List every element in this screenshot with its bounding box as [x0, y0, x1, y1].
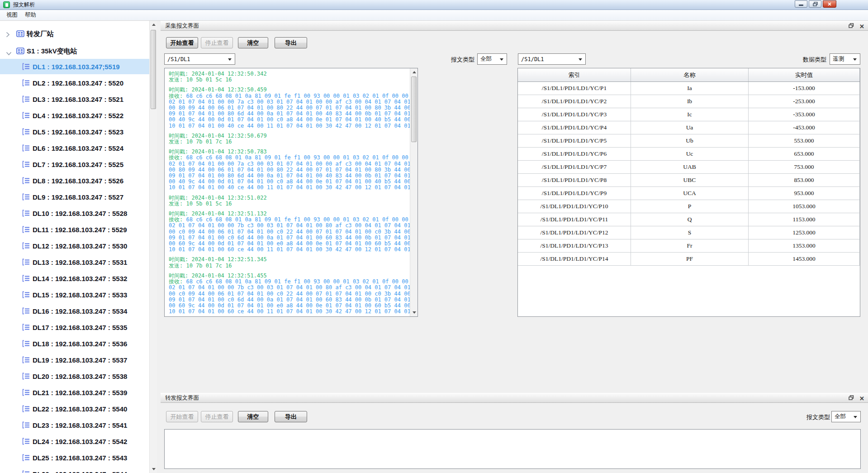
device-list-icon — [22, 96, 30, 104]
stop-view-button[interactable]: 停止查看 — [201, 411, 233, 422]
tree-scrollbar[interactable] — [149, 21, 157, 473]
tree-item-dl10[interactable]: DL10 : 192.168.103.247 : 5528 — [0, 205, 149, 221]
scroll-up-icon[interactable] — [150, 21, 157, 29]
start-view-button[interactable]: 开始查看 — [166, 37, 198, 48]
point-select[interactable]: /S1/DL1 — [518, 53, 586, 65]
tree-item-dl12[interactable]: DL12 : 192.168.103.247 : 5530 — [0, 238, 149, 253]
export-button[interactable]: 导出 — [275, 37, 307, 48]
tree-item-dl13[interactable]: DL13 : 192.168.103.247 : 5531 — [0, 254, 149, 270]
log-entry: 时间戳: 2024-01-04 12:32:51.132接收: 68 c6 c6… — [169, 211, 409, 253]
tree-item-dl18[interactable]: DL18 : 192.168.103.247 : 5536 — [0, 336, 149, 351]
table-row[interactable]: /S1/DL1/PD1/LD1/YC/P6Uc653.000 — [518, 148, 860, 161]
table-row[interactable]: /S1/DL1/PD1/LD1/YC/P3Ic-353.000 — [518, 108, 860, 121]
tree-node-forward-stations[interactable]: 转发厂站 — [0, 26, 149, 42]
cell-index: /S1/DL1/PD1/LD1/YC/P1 — [518, 82, 631, 95]
start-view-button[interactable]: 开始查看 — [166, 411, 198, 422]
msg-type-select[interactable]: 全部 — [477, 53, 507, 65]
table-row[interactable]: /S1/DL1/PD1/LD1/YC/P14PF1453.000 — [518, 253, 860, 266]
table-row[interactable]: /S1/DL1/PD1/LD1/YC/P5Ub553.000 — [518, 134, 860, 148]
table-row[interactable]: /S1/DL1/PD1/LD1/YC/P4Ua-453.000 — [518, 121, 860, 134]
tree-item-dl19[interactable]: DL19 : 192.168.103.247 : 5537 — [0, 352, 149, 368]
table-row[interactable]: /S1/DL1/PD1/LD1/YC/P12S1253.000 — [518, 226, 860, 239]
cell-value: 1453.000 — [749, 253, 860, 265]
device-list-icon — [22, 421, 30, 430]
chevron-right-icon[interactable] — [6, 31, 10, 39]
table-row[interactable]: /S1/DL1/PD1/LD1/YC/P10P1053.000 — [518, 200, 860, 213]
tree-item-dl4[interactable]: DL4 : 192.168.103.247 : 5522 — [0, 108, 149, 123]
table-row[interactable]: /S1/DL1/PD1/LD1/YC/P9UCA953.000 — [518, 187, 860, 200]
msg-type-select[interactable]: 全部 — [831, 411, 861, 422]
device-select[interactable]: /S1/DL1 — [164, 53, 235, 65]
capture-panel: 采集报文界面 ✕ 开始查看 停止查看 清空 导出 /S1/DL1 报文类型 全部… — [161, 21, 868, 393]
tree-item-dl2[interactable]: DL2 : 192.168.103.247 : 5520 — [0, 75, 149, 91]
device-list-icon — [22, 324, 30, 332]
table-row[interactable]: /S1/DL1/PD1/LD1/YC/P13Fr1353.000 — [518, 239, 860, 253]
scrollbar-thumb[interactable] — [151, 30, 156, 109]
clear-button[interactable]: 清空 — [238, 411, 268, 422]
clear-button[interactable]: 清空 — [238, 37, 268, 48]
tree-item-dl22[interactable]: DL22 : 192.168.103.247 : 5540 — [0, 401, 149, 416]
tree-item-dl3[interactable]: DL3 : 192.168.103.247 : 5521 — [0, 91, 149, 107]
tree-item-dl23[interactable]: DL23 : 192.168.103.247 : 5541 — [0, 417, 149, 433]
msg-type-label: 报文类型 — [451, 56, 474, 64]
device-list-icon — [22, 470, 30, 473]
log-recv-message: 接收: 68 c6 c6 68 08 01 0a 81 09 01 fe f1 … — [169, 93, 409, 129]
tree-item-dl8[interactable]: DL8 : 192.168.103.247 : 5526 — [0, 173, 149, 188]
scrollbar-thumb[interactable] — [411, 76, 417, 142]
tree-item-dl11[interactable]: DL11 : 192.168.103.247 : 5529 — [0, 222, 149, 237]
tree-item-dl7[interactable]: DL7 : 192.168.103.247 : 5525 — [0, 157, 149, 172]
tree-item-dl9[interactable]: DL9 : 192.168.103.247 : 5527 — [0, 189, 149, 205]
tree-item-dl17[interactable]: DL17 : 192.168.103.247 : 5535 — [0, 320, 149, 335]
close-icon[interactable]: ✕ — [823, 0, 836, 8]
tree-item-dl6[interactable]: DL6 : 192.168.103.247 : 5524 — [0, 140, 149, 156]
float-window-icon[interactable] — [849, 395, 854, 401]
tree-item-label: DL20 : 192.168.103.247 : 5538 — [0, 373, 127, 380]
menu-item-view[interactable]: 视图 — [3, 10, 21, 20]
chevron-down-icon[interactable] — [6, 49, 12, 57]
scroll-down-icon[interactable] — [410, 309, 418, 316]
log-entry: 时间戳: 2024-01-04 12:32:50.459接收: 68 c6 c6… — [169, 87, 409, 129]
tree-item-dl26[interactable]: DL26 : 192.168.103.247 : 5544 — [0, 466, 149, 473]
window-controls: ✕ — [795, 0, 836, 8]
cell-index: /S1/DL1/PD1/LD1/YC/P13 — [518, 239, 631, 252]
table-row[interactable]: /S1/DL1/PD1/LD1/YC/P1Ia-153.000 — [518, 82, 860, 95]
table-row[interactable]: /S1/DL1/PD1/LD1/YC/P7UAB753.000 — [518, 161, 860, 174]
export-button[interactable]: 导出 — [275, 411, 307, 422]
restore-icon[interactable] — [809, 0, 821, 8]
forward-log-area[interactable] — [164, 429, 861, 469]
tree-item-dl25[interactable]: DL25 : 192.168.103.247 : 5543 — [0, 450, 149, 465]
minimize-icon[interactable] — [795, 0, 807, 8]
close-icon[interactable]: ✕ — [859, 396, 864, 401]
log-area[interactable]: 时间戳: 2024-01-04 12:32:50.342发送: 10 5b 01… — [164, 68, 418, 317]
data-type-select[interactable]: 遥测 — [830, 53, 860, 65]
stop-view-button[interactable]: 停止查看 — [201, 37, 233, 48]
cell-index: /S1/DL1/PD1/LD1/YC/P11 — [518, 213, 631, 226]
device-list-icon — [22, 258, 30, 267]
tree-item-dl1[interactable]: DL1 : 192.168.103.247;5519 — [0, 59, 149, 74]
device-list-icon — [22, 63, 30, 72]
log-hex-bytes: 68 c6 c6 68 08 01 0a 81 09 01 fe f1 00 9… — [169, 216, 410, 253]
cell-index: /S1/DL1/PD1/LD1/YC/P10 — [518, 200, 631, 213]
tree-node-station-s1[interactable]: S1 : 35kV变电站 — [0, 43, 149, 59]
log-scrollbar[interactable] — [410, 68, 417, 316]
station-grid-icon — [16, 48, 24, 56]
close-icon[interactable]: ✕ — [859, 24, 864, 29]
menu-item-help[interactable]: 帮助 — [21, 10, 40, 20]
cell-name: UCA — [631, 187, 749, 200]
tree-item-dl21[interactable]: DL21 : 192.168.103.247 : 5539 — [0, 385, 149, 400]
tree-item-dl15[interactable]: DL15 : 192.168.103.247 : 5533 — [0, 287, 149, 302]
log-hex-bytes: 68 c6 c6 68 08 01 0a 81 09 01 fe f1 00 9… — [169, 93, 410, 129]
tree-item-dl24[interactable]: DL24 : 192.168.103.247 : 5542 — [0, 434, 149, 449]
tree-item-dl5[interactable]: DL5 : 192.168.103.247 : 5523 — [0, 124, 149, 139]
device-list-icon — [22, 340, 30, 349]
table-row[interactable]: /S1/DL1/PD1/LD1/YC/P11Q1153.000 — [518, 213, 860, 226]
table-row[interactable]: /S1/DL1/PD1/LD1/YC/P2Ib-253.000 — [518, 95, 860, 108]
scroll-up-icon[interactable] — [410, 68, 418, 76]
tree-item-dl20[interactable]: DL20 : 192.168.103.247 : 5538 — [0, 368, 149, 384]
scroll-down-icon[interactable] — [150, 465, 157, 473]
float-window-icon[interactable] — [849, 23, 854, 29]
tree-item-dl14[interactable]: DL14 : 192.168.103.247 : 5532 — [0, 271, 149, 286]
table-row[interactable]: /S1/DL1/PD1/LD1/YC/P8UBC853.000 — [518, 174, 860, 187]
tree-item-dl16[interactable]: DL16 : 192.168.103.247 : 5534 — [0, 303, 149, 319]
log-direction-label: 接收: — [169, 93, 186, 99]
